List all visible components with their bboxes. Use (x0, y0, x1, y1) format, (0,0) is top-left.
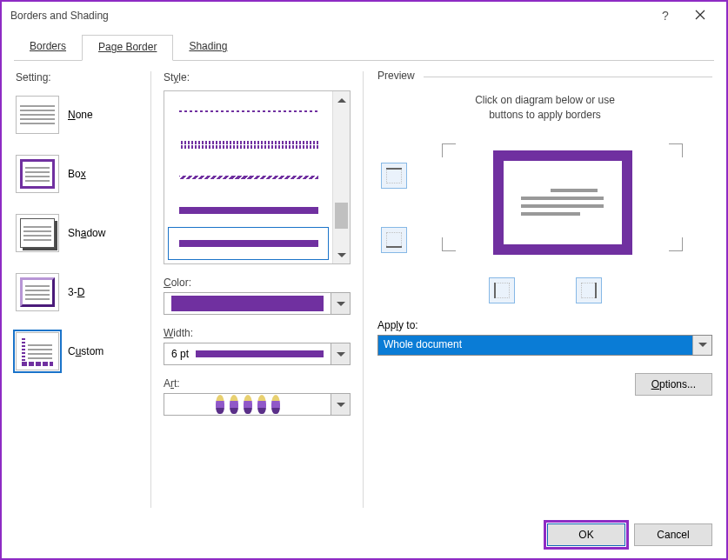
apply-to-row: Apply to: Whole document (377, 319, 712, 356)
titlebar: Borders and Shading ? (2, 2, 726, 30)
none-icon (16, 96, 59, 134)
color-dropdown[interactable] (164, 292, 351, 315)
dialog-footer: OK Cancel (2, 515, 726, 558)
feather-icon (257, 395, 266, 414)
width-swatch (196, 350, 324, 357)
corner-icon (669, 237, 683, 251)
preview-label: Preview (377, 70, 424, 82)
art-preview (164, 394, 331, 415)
page-preview-wrap (416, 143, 709, 272)
ok-button[interactable]: OK (547, 523, 625, 546)
feather-icon (230, 395, 238, 414)
chevron-down-icon[interactable] (331, 343, 350, 364)
setting-shadow[interactable]: Shadow (16, 214, 142, 252)
style-panel: Style: Color: Wi (151, 71, 364, 508)
box-label: Box (68, 168, 86, 180)
edge-bottom-button[interactable] (381, 227, 407, 253)
setting-3d[interactable]: 3-D (16, 273, 142, 311)
edge-left-button[interactable] (489, 277, 515, 303)
style-solid-1[interactable] (168, 194, 329, 227)
style-wavy-2[interactable] (168, 128, 329, 161)
dialog-borders-shading: Borders and Shading ? Borders Page Borde… (0, 0, 728, 560)
help-button[interactable]: ? (648, 9, 683, 23)
preview-fieldset: Preview Click on diagram below or use bu… (377, 77, 712, 310)
art-label: Art: (164, 377, 351, 390)
apply-to-label: Apply to: (377, 319, 712, 331)
chevron-down-icon[interactable] (331, 394, 350, 415)
chevron-down-icon[interactable] (692, 336, 711, 355)
color-swatch (171, 296, 324, 311)
cancel-button[interactable]: Cancel (634, 523, 712, 546)
feather-icon (271, 395, 280, 414)
width-value: 6 pt (171, 348, 189, 360)
chevron-down-icon[interactable] (331, 293, 350, 314)
edge-right-button[interactable] (576, 277, 602, 303)
color-label: Color: (164, 277, 351, 289)
page-preview[interactable] (493, 150, 632, 255)
three-d-icon (16, 273, 59, 311)
width-dropdown[interactable]: 6 pt (164, 343, 351, 365)
scroll-up-icon[interactable] (333, 91, 350, 109)
style-wavy-1[interactable] (168, 95, 329, 128)
scroll-down-icon[interactable] (333, 246, 350, 263)
width-label: Width: (164, 327, 351, 339)
edge-top-button[interactable] (381, 163, 407, 189)
setting-panel: Setting: None Box Shadow (16, 71, 151, 508)
style-listbox[interactable] (164, 90, 351, 264)
style-items (164, 91, 332, 263)
scroll-track[interactable] (333, 109, 350, 246)
preview-diagram (381, 143, 709, 272)
tab-strip: Borders Page Border Shading (14, 35, 714, 61)
feather-icon (216, 395, 224, 414)
window-title: Borders and Shading (10, 10, 648, 22)
setting-box[interactable]: Box (16, 155, 142, 193)
style-scrollbar[interactable] (332, 91, 350, 263)
box-icon (16, 155, 59, 193)
setting-none[interactable]: None (16, 96, 142, 134)
horizontal-edge-buttons (381, 277, 709, 303)
corner-icon (669, 143, 683, 157)
scroll-thumb[interactable] (335, 203, 348, 229)
art-dropdown[interactable] (164, 393, 351, 416)
corner-icon (442, 237, 456, 251)
style-dashed[interactable] (168, 161, 329, 194)
apply-to-dropdown[interactable]: Whole document (377, 335, 712, 356)
dialog-content: Setting: None Box Shadow (2, 61, 726, 515)
style-label: Style: (164, 71, 351, 83)
close-button[interactable] (683, 10, 718, 23)
vertical-edge-buttons (381, 143, 407, 272)
corner-icon (442, 143, 456, 157)
setting-custom[interactable]: Custom (16, 332, 142, 370)
preview-hint: Click on diagram below or use buttons to… (381, 93, 709, 123)
tab-borders[interactable]: Borders (14, 35, 82, 60)
three-d-label: 3-D (68, 286, 84, 298)
tab-shading[interactable]: Shading (173, 35, 243, 60)
setting-label: Setting: (16, 71, 142, 83)
custom-label: Custom (68, 345, 104, 357)
none-label: None (68, 109, 93, 121)
options-button[interactable]: Options... (635, 373, 712, 396)
apply-to-value: Whole document (378, 336, 692, 355)
shadow-icon (16, 214, 59, 252)
custom-icon (16, 332, 59, 370)
tab-page-border[interactable]: Page Border (82, 35, 173, 61)
shadow-label: Shadow (68, 227, 105, 239)
preview-panel: Preview Click on diagram below or use bu… (364, 71, 712, 508)
style-solid-2[interactable] (168, 227, 329, 260)
feather-icon (244, 395, 252, 414)
